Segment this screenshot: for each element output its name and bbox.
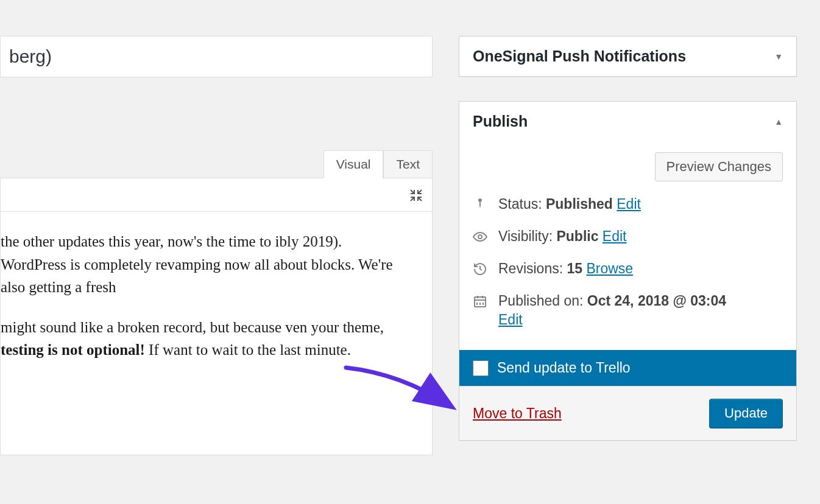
onesignal-metabox: OneSignal Push Notifications ▼: [459, 36, 797, 77]
publish-title: Publish: [473, 113, 528, 130]
visibility-value: Public: [556, 228, 598, 244]
editor-paragraph: If want to wait to the last minute.: [145, 341, 351, 358]
distraction-free-icon[interactable]: [409, 188, 423, 203]
pin-icon: [473, 197, 487, 212]
update-button[interactable]: Update: [709, 399, 783, 428]
chevron-up-icon: ▲: [774, 117, 783, 127]
revisions-value: 15: [567, 261, 582, 276]
editor-toolbar: [0, 178, 433, 212]
tab-text[interactable]: Text: [383, 150, 433, 178]
status-value: Published: [546, 196, 613, 212]
eye-icon: [473, 229, 487, 244]
editor-paragraph: the other updates this year, now's the t…: [1, 233, 393, 295]
svg-point-0: [478, 235, 482, 239]
trello-label: Send update to Trello: [497, 360, 631, 376]
editor-strong-text: testing is not optional!: [1, 341, 145, 358]
onesignal-title: OneSignal Push Notifications: [473, 47, 686, 65]
published-label: Published on:: [498, 293, 587, 309]
onesignal-toggle[interactable]: OneSignal Push Notifications ▼: [459, 37, 796, 76]
editor-tabs: Visual Text: [0, 150, 433, 178]
trello-row: Send update to Trello: [459, 350, 796, 386]
editor-paragraph: might sound like a broken record, but be…: [1, 319, 384, 335]
chevron-down-icon: ▼: [774, 52, 783, 61]
published-value: Oct 24, 2018 @ 03:04: [587, 293, 726, 309]
publish-toggle[interactable]: Publish ▲: [459, 102, 796, 141]
publish-metabox: Publish ▲ Preview Changes Status: Publis…: [459, 101, 797, 441]
calendar-icon: [473, 294, 487, 309]
trello-checkbox[interactable]: [473, 360, 489, 376]
preview-changes-button[interactable]: Preview Changes: [655, 152, 783, 181]
browse-revisions-link[interactable]: Browse: [586, 261, 633, 276]
backup-icon: [473, 262, 487, 276]
edit-visibility-link[interactable]: Edit: [603, 228, 627, 244]
edit-status-link[interactable]: Edit: [617, 196, 641, 212]
post-title-input[interactable]: [0, 36, 433, 77]
editor-content[interactable]: the other updates this year, now's the t…: [0, 212, 433, 455]
edit-date-link[interactable]: Edit: [498, 312, 523, 327]
visibility-label: Visibility:: [498, 228, 556, 244]
tab-visual[interactable]: Visual: [323, 150, 384, 178]
revisions-label: Revisions:: [498, 261, 567, 276]
svg-rect-1: [475, 297, 486, 307]
move-to-trash-link[interactable]: Move to Trash: [473, 405, 562, 422]
status-label: Status:: [498, 196, 546, 212]
